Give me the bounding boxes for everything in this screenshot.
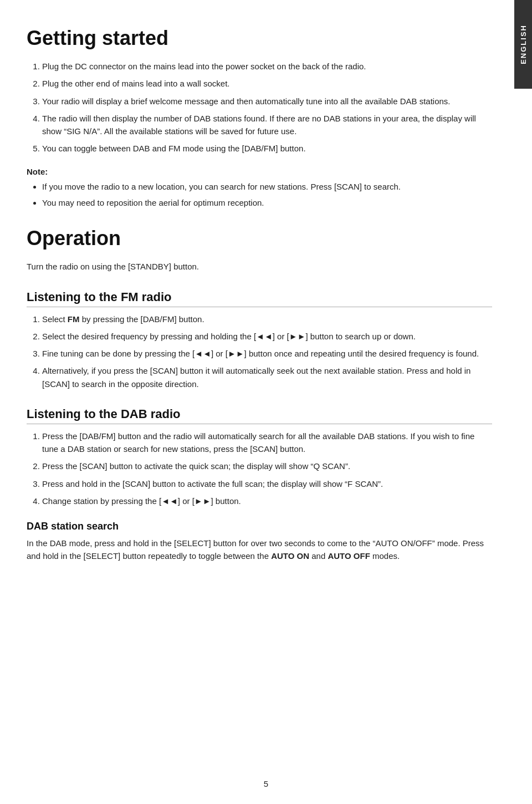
dab-search-intro: In the DAB mode, press and hold in the [… (27, 538, 484, 561)
operation-intro: Turn the radio on using the [STANDBY] bu… (27, 260, 492, 273)
list-item: Press and hold in the [SCAN] button to a… (42, 477, 492, 490)
list-item: Fine tuning can be done by pressing the … (42, 347, 492, 360)
dab-radio-list: Press the [DAB/FM] button and the radio … (27, 430, 492, 507)
getting-started-title: Getting started (27, 27, 492, 50)
list-item: Select FM by pressing the [DAB/FM] butto… (42, 313, 492, 325)
list-item: You can toggle between DAB and FM mode u… (42, 142, 492, 155)
note-label: Note: (27, 165, 492, 178)
list-item: You may need to reposition the aerial fo… (42, 196, 492, 209)
auto-off-text: AUTO OFF (328, 551, 370, 561)
operation-section: Operation Turn the radio on using the [S… (27, 227, 492, 562)
english-tab: ENGLISH (514, 0, 532, 89)
dab-radio-title: Listening to the DAB radio (27, 407, 492, 424)
list-item: If you move the radio to a new location,… (42, 180, 492, 193)
note-bullets: If you move the radio to a new location,… (27, 180, 492, 210)
auto-on-text: AUTO ON (271, 551, 309, 561)
modes-text: modes. (370, 551, 400, 561)
page-wrapper: ENGLISH Getting started Plug the DC conn… (0, 0, 532, 804)
list-item: Press the [SCAN] button to activate the … (42, 460, 492, 472)
fm-radio-list: Select FM by pressing the [DAB/FM] butto… (27, 313, 492, 390)
list-item: The radio will then display the number o… (42, 112, 492, 138)
dab-station-search-body: In the DAB mode, press and hold in the [… (27, 537, 492, 563)
list-item: Alternatively, if you press the [SCAN] b… (42, 364, 492, 390)
list-item: Plug the other end of mains lead into a … (42, 77, 492, 90)
list-item: Plug the DC connector on the mains lead … (42, 60, 492, 73)
getting-started-list: Plug the DC connector on the mains lead … (27, 60, 492, 155)
english-label: ENGLISH (519, 24, 528, 64)
dab-station-search-title: DAB station search (27, 521, 492, 532)
operation-title: Operation (27, 227, 492, 250)
list-item: Select the desired frequency by pressing… (42, 330, 492, 343)
fm-radio-title: Listening to the FM radio (27, 290, 492, 307)
list-item: Your radio will display a brief welcome … (42, 95, 492, 108)
list-item: Press the [DAB/FM] button and the radio … (42, 430, 492, 456)
page-number: 5 (264, 779, 268, 788)
list-item: Change station by pressing the [◄◄] or [… (42, 495, 492, 507)
and-text: and (309, 551, 328, 561)
